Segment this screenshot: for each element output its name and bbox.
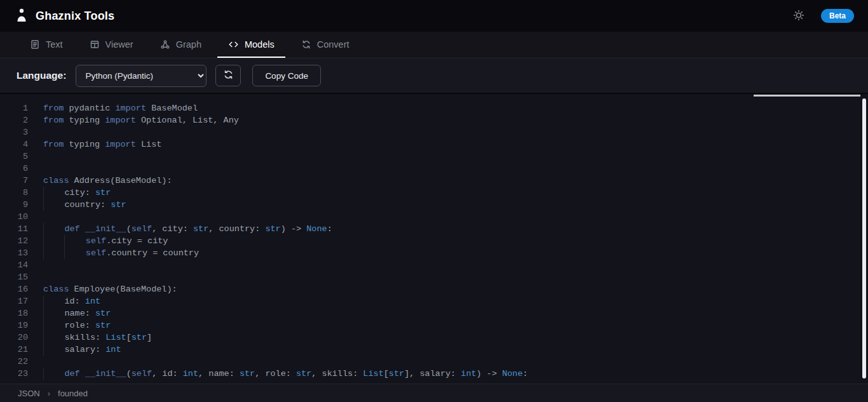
tab-models[interactable]: Models: [217, 32, 285, 58]
copy-code-button[interactable]: Copy Code: [252, 65, 321, 86]
code-lines: 1from pydantic import BaseModel2from typ…: [0, 102, 868, 380]
code-icon: [228, 39, 239, 50]
line-number: 9: [0, 199, 28, 211]
line-number: 10: [0, 211, 28, 223]
line-number: 4: [0, 138, 28, 151]
status-root: founded: [58, 389, 88, 398]
tab-graph[interactable]: Graph: [149, 32, 212, 58]
code-line: 21 salary: int: [0, 344, 868, 356]
line-content: name: str: [28, 307, 111, 319]
app-title: Ghaznix Tools: [36, 10, 114, 23]
line-content: [28, 356, 43, 368]
line-number: 19: [0, 319, 28, 332]
line-content: self.country = country: [28, 247, 199, 259]
line-number: 6: [0, 163, 28, 175]
line-number: 5: [0, 151, 28, 163]
code-line: 5: [0, 151, 868, 163]
line-number: 12: [0, 235, 28, 247]
line-number: 22: [0, 356, 28, 368]
tab-viewer[interactable]: Viewer: [79, 32, 144, 58]
line-content: [28, 126, 43, 138]
line-number: 14: [0, 259, 28, 271]
code-line: 7class Address(BaseModel):: [0, 175, 868, 187]
line-content: def __init__(self, city: str, country: s…: [28, 223, 332, 235]
line-content: [28, 151, 43, 163]
graph-icon: [160, 39, 170, 50]
line-content: class Address(BaseModel):: [28, 175, 172, 187]
tab-label: Viewer: [105, 39, 133, 50]
line-number: 7: [0, 175, 28, 187]
status-format: JSON: [18, 389, 40, 398]
line-number: 16: [0, 283, 28, 295]
tab-label: Text: [46, 39, 63, 50]
code-line: 13 self.country = country: [0, 247, 868, 259]
code-line: 2from typing import Optional, List, Any: [0, 114, 868, 126]
line-number: 21: [0, 344, 28, 356]
line-number: 1: [0, 102, 28, 114]
sun-icon: [793, 10, 804, 23]
code-line: 14: [0, 259, 868, 271]
line-content: from typing import Optional, List, Any: [28, 114, 239, 126]
header-actions: Beta: [792, 8, 854, 24]
tab-convert[interactable]: Convert: [290, 32, 360, 58]
status-bar: JSON › founded: [0, 384, 868, 402]
line-content: from pydantic import BaseModel: [28, 102, 198, 114]
code-line: 3: [0, 126, 868, 138]
tab-text[interactable]: Text: [19, 32, 74, 58]
toolbar: Language: Python (Pydantic) Copy Code: [0, 58, 868, 94]
code-line: 16class Employee(BaseModel):: [0, 283, 868, 295]
chevron-right-icon: ›: [48, 389, 50, 398]
line-content: id: int: [28, 295, 100, 307]
horizontal-scrollbar[interactable]: [754, 95, 860, 97]
code-line: 4from typing import List: [0, 138, 868, 151]
code-line: 8 city: str: [0, 187, 868, 199]
tab-bar: TextViewerGraphModelsConvert: [0, 32, 868, 58]
code-line: 12 self.city = city: [0, 235, 868, 247]
code-line: 17 id: int: [0, 295, 868, 307]
line-content: self.city = city: [28, 235, 168, 247]
line-number: 18: [0, 307, 28, 319]
convert-icon: [301, 39, 311, 50]
code-line: 23 def __init__(self, id: int, name: str…: [0, 368, 868, 380]
line-number: 15: [0, 271, 28, 283]
line-content: [28, 211, 43, 223]
tab-label: Models: [245, 39, 275, 50]
language-label: Language:: [17, 70, 66, 81]
code-line: 10: [0, 211, 868, 223]
code-editor[interactable]: 1from pydantic import BaseModel2from typ…: [0, 94, 868, 384]
line-content: city: str: [28, 187, 111, 199]
line-number: 2: [0, 114, 28, 126]
line-number: 13: [0, 247, 28, 259]
line-number: 17: [0, 295, 28, 307]
theme-toggle-button[interactable]: [792, 8, 806, 24]
line-content: skills: List[str]: [28, 332, 152, 344]
line-content: salary: int: [28, 344, 121, 356]
line-number: 11: [0, 223, 28, 235]
line-content: [28, 259, 43, 271]
code-line: 11 def __init__(self, city: str, country…: [0, 223, 868, 235]
document-icon: [30, 39, 40, 50]
app-header: Ghaznix Tools Beta: [0, 0, 868, 32]
line-content: class Employee(BaseModel):: [28, 283, 177, 295]
line-content: def __init__(self, id: int, name: str, r…: [28, 368, 528, 380]
code-line: 6: [0, 163, 868, 175]
tab-label: Graph: [176, 39, 201, 50]
line-number: 3: [0, 126, 28, 138]
line-number: 20: [0, 332, 28, 344]
line-number: 8: [0, 187, 28, 199]
brand: Ghaznix Tools: [14, 8, 114, 24]
code-line: 22: [0, 356, 868, 368]
refresh-icon: [223, 69, 234, 82]
line-content: from typing import List: [28, 138, 161, 151]
language-select[interactable]: Python (Pydantic): [76, 65, 207, 87]
line-content: [28, 271, 43, 283]
beta-badge: Beta: [821, 9, 854, 23]
code-line: 1from pydantic import BaseModel: [0, 102, 868, 114]
line-number: 23: [0, 368, 28, 380]
code-line: 18 name: str: [0, 307, 868, 319]
refresh-button[interactable]: [215, 65, 241, 86]
code-line: 20 skills: List[str]: [0, 332, 868, 344]
code-line: 15: [0, 271, 868, 283]
code-line: 19 role: str: [0, 319, 868, 332]
vertical-scrollbar-thumb[interactable]: [862, 98, 866, 379]
